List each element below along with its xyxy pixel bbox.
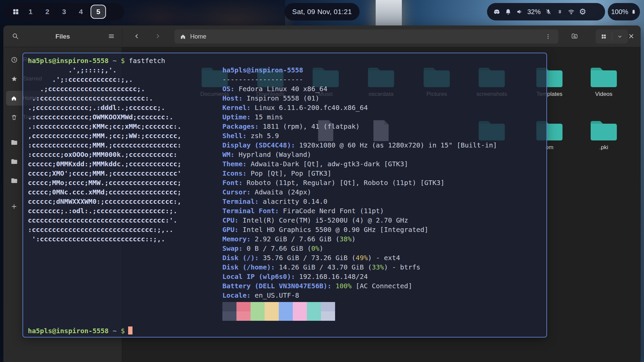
system-tray: 32% ⚙: [487, 3, 605, 20]
fastfetch-uptime: Uptime: 15 mins: [222, 112, 497, 122]
fastfetch-wm: WM: Hyprland (Wayland): [222, 150, 497, 159]
fastfetch-font: Font: Roboto (11pt, Regular) [Qt], Robot…: [222, 178, 497, 187]
terminal-window[interactable]: ha5pls@inspiron-5558 ~ $ fastfetch .',;:…: [22, 53, 547, 338]
palette-swatch: [321, 302, 335, 311]
fastfetch-local-ip-wlp6s0: Local IP (wlp6s0): 192.168.16.148/24: [222, 272, 497, 281]
fastfetch-gpu: GPU: Intel HD Graphics 5500 @ 0.90 GHz […: [222, 225, 497, 234]
folder-item-.pki[interactable]: .pki: [579, 119, 629, 151]
palette-swatch: [265, 302, 279, 311]
hamburger-menu-icon[interactable]: [108, 33, 115, 40]
battery-icon: [631, 3, 637, 20]
settings-gear-icon[interactable]: ⚙: [577, 3, 588, 20]
volume-level: 32%: [525, 8, 543, 16]
app-launcher-icon[interactable]: [10, 3, 21, 20]
star-icon: [11, 75, 18, 82]
workspace-4[interactable]: 4: [74, 8, 88, 16]
plus-icon: [11, 203, 17, 210]
volume-icon[interactable]: [514, 3, 525, 20]
palette-swatch: [293, 311, 307, 321]
fastfetch-icons: Icons: Pop [Qt], Pop [GTK3]: [222, 169, 497, 178]
bluetooth-icon[interactable]: [554, 3, 566, 20]
folder-item-Videos[interactable]: Videos: [579, 66, 629, 98]
palette-row-2: [222, 311, 335, 321]
item-label: .pki: [579, 144, 629, 151]
palette-swatch: [222, 311, 236, 321]
palette-swatch: [251, 302, 265, 311]
clock-icon: [11, 56, 18, 63]
folder-small-icon: [11, 178, 18, 184]
workspace-switcher: 12345: [23, 5, 106, 19]
palette-swatch: [236, 302, 251, 311]
fastfetch-cpu: CPU: Intel(R) Core(TM) i5-5200U (4) @ 2.…: [222, 216, 497, 225]
fastfetch-os: OS: Fedora Linux 40 x86_64: [222, 84, 497, 94]
folder-icon: [579, 119, 629, 142]
palette-swatch: [293, 302, 307, 311]
fastfetch-kernel: Kernel: Linux 6.11.6-200.fc40.x86_64: [222, 103, 497, 112]
status-bar: 12345 Sat, 09 Nov, 01:21 32% ⚙ 100%: [0, 0, 644, 24]
fastfetch-memory: Memory: 2.92 GiB / 7.66 GiB (38%): [222, 234, 497, 244]
breadcrumb[interactable]: Home: [174, 29, 558, 44]
terminal-color-palette: [222, 302, 335, 321]
files-headerbar: Files Home: [3, 25, 641, 47]
workspace-3[interactable]: 3: [57, 8, 71, 16]
close-window-button[interactable]: [628, 33, 635, 40]
fastfetch-terminal: Terminal: alacritty 0.14.0: [222, 197, 497, 206]
fastfetch-cursor: Cursor: Adwaita (24px): [222, 187, 497, 197]
terminal-prompt-line: ha5pls@inspiron-5558 ~ $ fastfetch: [28, 56, 165, 65]
back-button[interactable]: [133, 33, 140, 40]
workspace-5[interactable]: 5: [91, 5, 106, 19]
forward-button[interactable]: [154, 33, 161, 40]
fastfetch-packages: Packages: 1811 (rpm), 41 (flatpak): [222, 122, 497, 131]
notifications-bell-icon[interactable]: [502, 3, 514, 20]
fastfetch-disk-home: Disk (/home): 14.26 GiB / 43.70 GiB (33%…: [222, 262, 497, 272]
fedora-ascii-logo: .',;::::;,'. .';:cccccccccccc:;,. .;cccc…: [28, 65, 181, 244]
folder-icon: [579, 66, 629, 89]
workspace-bar: 12345: [5, 3, 124, 20]
view-divider: [612, 32, 612, 41]
terminal-cursor: [128, 326, 132, 335]
terminal-current-prompt: ha5pls@inspiron-5558 ~ $: [28, 326, 132, 336]
clock-widget[interactable]: Sat, 09 Nov, 01:21: [284, 3, 360, 20]
fastfetch-info: ha5pls@inspiron-5558--------------------…: [222, 65, 497, 300]
workspace-1[interactable]: 1: [23, 8, 38, 16]
chevron-down-icon[interactable]: [617, 34, 623, 40]
palette-swatch: [279, 311, 293, 321]
mic-off-icon[interactable]: [543, 3, 554, 20]
header-divider: [122, 28, 122, 45]
search-in-folder-icon[interactable]: [571, 33, 578, 40]
workspace-2[interactable]: 2: [40, 8, 54, 16]
grid-view-icon[interactable]: [601, 34, 607, 40]
palette-swatch: [251, 311, 265, 321]
view-options: [596, 29, 628, 44]
fastfetch-battery-dell-vn3n047e56b: Battery (DELL VN3N047E56B): 100% [AC Con…: [222, 281, 497, 291]
discord-icon[interactable]: [491, 3, 502, 20]
breadcrumb-label: Home: [190, 33, 206, 40]
path-menu-button[interactable]: [545, 34, 551, 40]
fastfetch-separator: --------------------: [222, 75, 497, 84]
fastfetch-host: Host: Inspiron 5558 (01): [222, 94, 497, 103]
trash-icon: [11, 114, 17, 121]
clock-text: Sat, 09 Nov, 01:21: [292, 8, 352, 16]
fastfetch-terminal-font: Terminal Font: FiraCode Nerd Font (11pt): [222, 206, 497, 216]
palette-swatch: [236, 311, 251, 321]
palette-row-1: [222, 302, 335, 311]
battery-widget[interactable]: 100%: [608, 3, 640, 20]
fastfetch-swap: Swap: 0 B / 7.66 GiB (0%): [222, 244, 497, 253]
fastfetch-theme: Theme: Adwaita-Dark [Qt], adw-gtk3-dark …: [222, 159, 497, 169]
home-icon: [11, 95, 17, 102]
folder-small-icon: [11, 139, 18, 145]
battery-level: 100%: [611, 8, 628, 16]
wifi-icon[interactable]: [566, 3, 577, 20]
fastfetch-disk: Disk (/): 35.76 GiB / 73.26 GiB (49%) - …: [222, 253, 497, 262]
palette-swatch: [307, 311, 321, 321]
palette-swatch: [307, 302, 321, 311]
fastfetch-display-sdc4c48: Display (SDC4C48): 644x362 @ 60 Hz (as…: [222, 140, 497, 150]
palette-swatch: [265, 311, 279, 321]
home-icon: [180, 34, 186, 40]
palette-swatch: [279, 302, 293, 311]
fastfetch-shell: Shell: zsh 5.9: [222, 131, 497, 140]
folder-small-icon: [11, 159, 18, 165]
palette-swatch: [321, 311, 335, 321]
fastfetch-user-host: ha5pls@inspiron-5558: [222, 65, 497, 75]
item-label: Videos: [579, 91, 629, 98]
